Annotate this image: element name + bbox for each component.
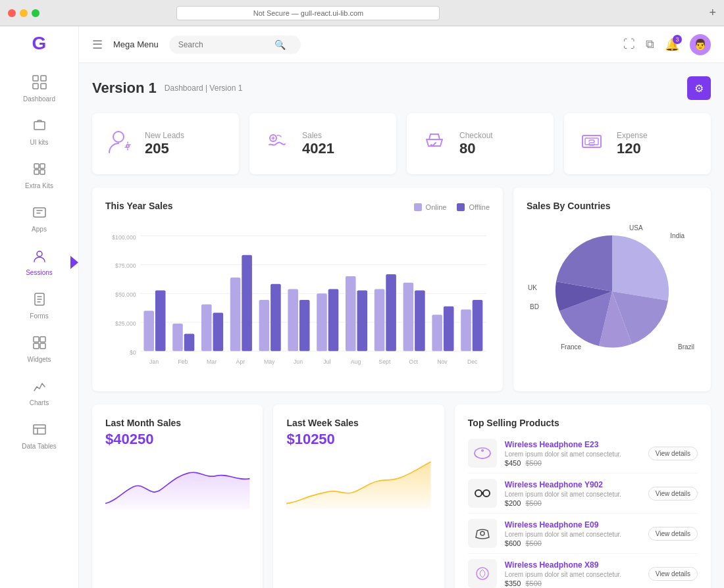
address-bar[interactable]: Not Secure — gull-react.ui-lib.com xyxy=(176,6,440,20)
svg-rect-38 xyxy=(230,278,241,351)
price-old-1: $500 xyxy=(525,499,541,507)
price-old-3: $500 xyxy=(525,579,541,587)
svg-rect-48 xyxy=(375,289,385,351)
sales-label: Sales xyxy=(302,131,334,140)
legend-online: Online xyxy=(414,203,447,211)
widgets-icon xyxy=(32,335,47,353)
sidebar-item-datatables[interactable]: Data Tables xyxy=(0,414,78,458)
svg-point-70 xyxy=(475,490,482,497)
checkout-value: 80 xyxy=(459,140,493,157)
svg-rect-13 xyxy=(40,337,45,342)
fullscreen-icon[interactable]: ⛶ xyxy=(623,37,635,51)
uikits-icon xyxy=(32,118,47,136)
svg-text:$25,000: $25,000 xyxy=(115,320,136,327)
svg-text:Dec: Dec xyxy=(467,358,478,365)
user-avatar[interactable]: 👨 xyxy=(690,34,711,55)
stat-card-sales: Sales 4021 xyxy=(249,113,396,174)
view-details-btn-0[interactable]: View details xyxy=(648,447,698,460)
leads-label: New Leads xyxy=(145,131,184,140)
svg-rect-39 xyxy=(242,255,252,351)
sidebar-item-uikits[interactable]: UI kits xyxy=(0,110,78,154)
price-new-3: $350 xyxy=(505,579,521,587)
product-desc-0: Lorem ipsum dolor sit amet consectetur. xyxy=(505,451,640,458)
browser-add-tab[interactable]: + xyxy=(709,6,716,20)
charts-icon xyxy=(32,379,47,397)
view-details-btn-2[interactable]: View details xyxy=(648,527,698,541)
checkout-label: Checkout xyxy=(459,131,493,140)
last-month-sales-value: $40250 xyxy=(105,431,249,448)
topbar-right: ⛶ ⧉ 🔔 3 👨 xyxy=(623,34,711,55)
svg-point-73 xyxy=(480,531,484,535)
mega-menu[interactable]: Mega Menu xyxy=(113,39,159,49)
topbar: ☰ Mega Menu 🔍 ⛶ ⧉ 🔔 3 👨 xyxy=(79,26,724,63)
sidebar-label-forms: Forms xyxy=(30,312,48,320)
bar-chart-wrapper: $100,000 $75,000 $50,000 $25,000 $0 xyxy=(105,224,490,378)
price-new-2: $600 xyxy=(505,539,521,547)
bar-chart-legend: Online Offline xyxy=(414,203,490,211)
product-name-2: Wireless Headphone E09 xyxy=(505,520,640,529)
view-details-btn-1[interactable]: View details xyxy=(648,487,698,501)
settings-button[interactable]: ⚙ xyxy=(687,76,711,100)
product-item-3: Wireless Headphone X89 Lorem ipsum dolor… xyxy=(468,554,698,588)
charts-row: This Year Sales Online Offline xyxy=(92,187,711,391)
product-desc-3: Lorem ipsum dolor sit amet consectetur. xyxy=(505,571,640,578)
product-item-2: Wireless Headphone E09 Lorem ipsum dolor… xyxy=(468,514,698,554)
svg-text:Feb: Feb xyxy=(178,358,188,365)
hamburger-menu[interactable]: ☰ xyxy=(92,37,103,52)
stat-card-leads: New Leads 205 xyxy=(92,113,239,174)
sidebar-label-datatables: Data Tables xyxy=(22,443,57,450)
sidebar-item-sessions[interactable]: Sessions xyxy=(0,241,78,284)
main-area: ☰ Mega Menu 🔍 ⛶ ⧉ 🔔 3 👨 Version 1 xyxy=(79,26,724,588)
svg-text:Jul: Jul xyxy=(323,358,330,365)
legend-offline-dot xyxy=(457,203,465,211)
pie-chart-title: Sales By Countries xyxy=(527,201,698,211)
product-name-0: Wireless Headphone E23 xyxy=(505,440,640,449)
page-title: Version 1 xyxy=(92,80,157,97)
svg-rect-7 xyxy=(34,170,39,174)
sidebar-item-extrakits[interactable]: Extra Kits xyxy=(0,154,78,197)
view-details-btn-3[interactable]: View details xyxy=(648,567,698,581)
top-products-card: Top Selling Products Wireless Headphone … xyxy=(455,404,711,588)
pie-label-uk: UK xyxy=(528,284,537,291)
svg-rect-5 xyxy=(34,164,39,168)
window-icon[interactable]: ⧉ xyxy=(646,37,654,51)
sidebar-label-uikits: UI kits xyxy=(30,139,49,146)
svg-rect-72 xyxy=(482,492,483,495)
product-prices-2: $600 $500 xyxy=(505,539,640,547)
sessions-icon xyxy=(32,249,47,266)
svg-rect-3 xyxy=(41,84,46,89)
svg-rect-46 xyxy=(346,276,356,351)
sidebar-item-charts[interactable]: Charts xyxy=(0,371,78,414)
product-prices-0: $450 $500 xyxy=(505,459,640,467)
last-month-chart xyxy=(105,454,249,514)
app-logo: G xyxy=(32,33,47,54)
svg-rect-50 xyxy=(403,283,414,351)
last-month-sales-card: Last Month Sales $40250 xyxy=(92,404,263,588)
svg-rect-0 xyxy=(33,76,38,81)
svg-point-10 xyxy=(37,251,42,257)
svg-rect-8 xyxy=(40,170,45,174)
product-img-3 xyxy=(468,559,497,588)
sidebar-label-apps: Apps xyxy=(32,226,47,233)
search-bar[interactable]: 🔍 xyxy=(169,36,301,54)
sidebar-item-dashboard[interactable]: Dashboard xyxy=(0,67,78,110)
expense-label: Expense xyxy=(617,131,648,140)
notification-icon[interactable]: 🔔 3 xyxy=(665,37,679,52)
search-input[interactable] xyxy=(178,40,271,49)
svg-text:$0: $0 xyxy=(130,349,136,356)
svg-text:Sept: Sept xyxy=(378,358,391,365)
notification-badge: 3 xyxy=(673,35,682,44)
svg-rect-43 xyxy=(299,300,310,351)
sidebar-item-apps[interactable]: Apps xyxy=(0,197,78,241)
svg-rect-14 xyxy=(34,343,39,349)
svg-text:Jun: Jun xyxy=(294,358,303,365)
bar-chart-svg: $100,000 $75,000 $50,000 $25,000 $0 xyxy=(105,224,490,376)
sidebar-item-forms[interactable]: Forms xyxy=(0,284,78,328)
sidebar-label-dashboard: Dashboard xyxy=(23,95,55,103)
sidebar-label-sessions: Sessions xyxy=(26,269,53,276)
svg-point-17 xyxy=(113,132,124,142)
pie-label-brazil: Brazil xyxy=(678,343,694,351)
svg-rect-32 xyxy=(143,311,154,351)
sidebar-item-widgets[interactable]: Widgets xyxy=(0,328,78,371)
svg-rect-55 xyxy=(473,300,483,351)
